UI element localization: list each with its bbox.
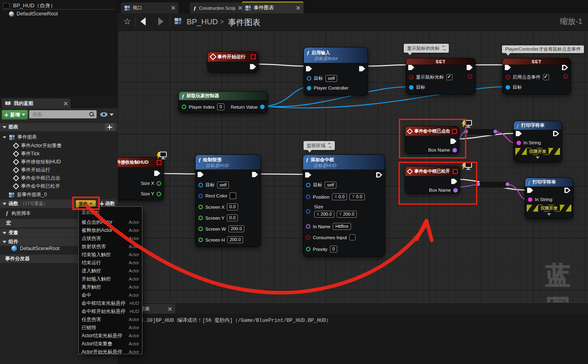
target-pin[interactable]: [307, 76, 311, 81]
exec-out-pin[interactable]: [564, 188, 571, 193]
screen-h-value[interactable]: 200.0: [227, 236, 243, 243]
menu-item[interactable]: 结束运行Actor: [79, 259, 142, 267]
screen-h-pin[interactable]: [198, 238, 203, 242]
menu-item[interactable]: 被释放的ActorActor: [79, 226, 142, 234]
comment-pin-icon[interactable]: ⇤⇥: [443, 45, 446, 52]
exec-in-pin[interactable]: [305, 172, 311, 178]
exec-in-pin[interactable]: [408, 65, 414, 70]
exec-out-pin[interactable]: [467, 65, 473, 70]
priority-value[interactable]: 0: [330, 246, 337, 253]
screen-y-value[interactable]: 0.0: [227, 214, 238, 221]
menu-item[interactable]: 离开触控Actor: [79, 283, 142, 291]
exec-out-pin[interactable]: [252, 172, 258, 177]
tree-item-event[interactable]: 事件开始运行: [14, 167, 50, 173]
menu-item[interactable]: 进入触控Actor: [79, 267, 142, 275]
menu-item[interactable]: 任意伤害Actor: [79, 315, 142, 323]
expand-arrow-icon[interactable]: [536, 156, 540, 161]
eye-dropdown-icon[interactable]: [110, 113, 114, 116]
size-pin[interactable]: [306, 209, 310, 214]
in-string-pin[interactable]: [517, 141, 521, 145]
tree-item-event[interactable]: 事件命中框已点击: [14, 175, 60, 182]
tab-my-blueprint[interactable]: 我的蓝图: [2, 98, 71, 108]
bool-out-pin[interactable]: [563, 74, 568, 79]
rect-color-pin[interactable]: [198, 194, 203, 198]
node-draw-rect[interactable]: ƒ 绘制矩形 目标是HUD 目标 self Rect Color Screen …: [195, 154, 261, 247]
reroute-pin[interactable]: [476, 182, 480, 186]
bool-pin[interactable]: [506, 75, 510, 79]
screen-w-pin[interactable]: [198, 227, 203, 231]
screen-w-value[interactable]: 200.0: [228, 225, 245, 232]
tree-item-event[interactable]: 事件命中框已松开: [14, 183, 60, 190]
menu-item[interactable]: Actor结束重叠Actor: [79, 340, 142, 348]
node-event-hitbox-clicked[interactable]: 事件命中框已点击 Box Name: [405, 126, 459, 154]
exec-in-pin[interactable]: [527, 188, 533, 193]
bool-out-pin[interactable]: [468, 74, 472, 79]
node-print-string[interactable]: ƒ 打印字符串 In String 仅限开发: [513, 121, 562, 162]
target-pin[interactable]: [409, 85, 414, 90]
tree-item-scene-root[interactable]: DefaultSceneRoot: [11, 246, 59, 251]
menu-item[interactable]: 命中Actor: [79, 291, 142, 299]
consumes-input-pin[interactable]: [306, 235, 310, 240]
tree-item-event[interactable]: 事件Actor开始重叠: [14, 142, 62, 149]
screen-x-pin[interactable]: [198, 205, 203, 209]
menu-item[interactable]: 开始输入触控Actor: [79, 275, 142, 283]
graph-canvas[interactable]: 蓝图 视口 ƒ Construction Scrip 事件图表 ☆: [118, 0, 588, 364]
checkbox-checked[interactable]: [543, 74, 549, 80]
exec-in-pin[interactable]: [505, 65, 511, 70]
tree-item-construction-script[interactable]: ƒ 构造脚本: [6, 210, 31, 217]
exec-out-pin[interactable]: [250, 64, 256, 69]
screen-y-pin[interactable]: [198, 216, 203, 220]
size-x-pin[interactable]: [157, 181, 161, 186]
visibility-eye-icon[interactable]: [100, 112, 108, 117]
exec-out-pin[interactable]: [376, 172, 382, 178]
checkbox-unchecked[interactable]: [349, 234, 355, 240]
expand-arrow-icon[interactable]: [547, 213, 551, 218]
menu-item[interactable]: 结束输入触控Actor: [79, 251, 142, 259]
node-event-begin-play[interactable]: 事件开始运行: [207, 51, 259, 73]
comment-bubble[interactable]: PlayerController才会将鼠标点击事件: [502, 45, 584, 53]
exec-out-pin[interactable]: [450, 139, 457, 144]
in-name-pin[interactable]: [306, 224, 310, 229]
target-value[interactable]: self: [325, 182, 336, 188]
tree-item-event[interactable]: 事件接收绘制HUD: [14, 158, 61, 165]
add-new-button[interactable]: 新增: [2, 110, 28, 120]
reroute-pin[interactable]: [493, 130, 497, 133]
in-name-value[interactable]: HitBox: [333, 223, 351, 230]
search-input[interactable]: [29, 110, 97, 118]
node-set-show-mouse-cursor[interactable]: SET 显示鼠标光标 目标: [406, 58, 476, 94]
target-value[interactable]: self: [217, 182, 229, 188]
target-pin[interactable]: [506, 85, 510, 90]
menu-item[interactable]: 放射状伤害Actor: [79, 242, 142, 251]
target-value[interactable]: self: [325, 75, 337, 82]
player-controller-pin[interactable]: [307, 86, 311, 90]
close-icon[interactable]: [168, 307, 172, 311]
exec-in-pin[interactable]: [516, 131, 522, 136]
in-string-pin[interactable]: [528, 197, 532, 202]
close-icon[interactable]: [64, 102, 67, 105]
exec-out-pin[interactable]: [154, 171, 160, 176]
section-graphs[interactable]: 图表: [0, 123, 118, 131]
node-event-receive-draw-hud[interactable]: 事件接收绘制HUD Size X Size Y: [118, 157, 164, 200]
target-pin[interactable]: [198, 183, 203, 187]
checkbox-checked[interactable]: [446, 74, 452, 80]
bool-pin[interactable]: [409, 75, 414, 79]
target-pin[interactable]: [306, 183, 310, 187]
reroute-pin[interactable]: [506, 182, 509, 186]
menu-item[interactable]: Actor结束光标悬停Actor: [79, 332, 142, 340]
exec-out-pin[interactable]: [451, 179, 457, 184]
component-root-item[interactable]: DefaultSceneRoot: [9, 11, 58, 17]
player-index-value[interactable]: 0: [217, 103, 224, 110]
tree-item-event-graph[interactable]: 事件图表: [2, 134, 37, 141]
exec-in-pin[interactable]: [198, 172, 204, 177]
node-enable-input[interactable]: ƒ 启用输入 目标是Actor 目标 self Player Controlle…: [304, 47, 368, 96]
box-name-pin[interactable]: [453, 188, 458, 193]
menu-item[interactable]: 命中框开始光标悬停HUD: [79, 307, 142, 315]
priority-pin[interactable]: [306, 247, 310, 251]
node-event-hitbox-released[interactable]: 事件命中框已松开 Box Name: [405, 166, 460, 194]
comment-pin-icon[interactable]: ⇤⇥: [328, 142, 332, 149]
node-print-string[interactable]: ƒ 打印字符串 In String 仅限开发: [525, 178, 573, 219]
add-graph-button[interactable]: [105, 123, 114, 131]
menu-item[interactable]: Actor开始光标悬停Actor: [79, 348, 142, 356]
tree-item-new-graph[interactable]: 新事件图表_0: [9, 191, 47, 198]
screen-x-value[interactable]: 0.0: [227, 203, 238, 210]
